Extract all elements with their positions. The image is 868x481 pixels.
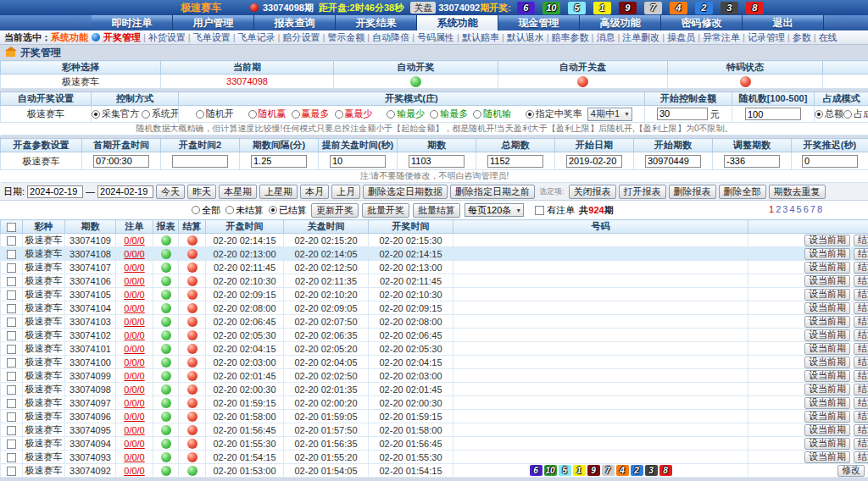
- auto-gate-status-dot[interactable]: [577, 76, 588, 87]
- radio-dot[interactable]: [387, 110, 395, 119]
- settle-button[interactable]: 结算: [854, 289, 868, 301]
- settle-button[interactable]: 结算: [854, 438, 868, 450]
- tema-status-dot[interactable]: [740, 76, 751, 87]
- submenu-link[interactable]: 记录管理: [748, 32, 785, 42]
- report-button[interactable]: 关闭报表: [569, 185, 616, 199]
- row-checkbox[interactable]: [7, 467, 16, 476]
- report-button[interactable]: 删除全部: [719, 185, 766, 199]
- param-input-8[interactable]: [645, 155, 701, 168]
- bets-link[interactable]: 0/0/0: [124, 317, 144, 327]
- mode-radio[interactable]: 输最多: [430, 108, 468, 120]
- date-quick-button[interactable]: 上星期: [259, 185, 298, 199]
- set-current-button[interactable]: 设当前期: [804, 275, 850, 287]
- random-num-input[interactable]: [745, 108, 801, 120]
- tab-9[interactable]: 退出: [743, 15, 824, 30]
- radio-dot[interactable]: [142, 110, 150, 119]
- set-current-button[interactable]: 设当前期: [804, 235, 850, 246]
- param-input-1[interactable]: [93, 155, 149, 168]
- status-radio[interactable]: 未结算: [225, 204, 264, 217]
- start-amount-input[interactable]: [657, 108, 708, 120]
- radio-dot[interactable]: [248, 110, 257, 119]
- submenu-link[interactable]: 警示金额: [327, 32, 364, 42]
- radio-dot[interactable]: [815, 110, 823, 119]
- settle-status-dot[interactable]: [187, 466, 198, 476]
- control-radio[interactable]: 系统开奖: [142, 108, 178, 120]
- date-quick-button[interactable]: 本月: [300, 185, 329, 199]
- tab-2[interactable]: 用户管理: [173, 15, 254, 30]
- bets-link[interactable]: 0/0/0: [124, 371, 144, 381]
- page-size-select[interactable]: 每页120条 ▼: [465, 203, 524, 217]
- report-status-dot[interactable]: [161, 384, 171, 395]
- has-bets-option[interactable]: 有注单: [535, 204, 575, 217]
- settle-button[interactable]: 结算: [854, 235, 868, 246]
- date-quick-button[interactable]: 今天: [156, 185, 185, 199]
- has-bets-checkbox[interactable]: [535, 206, 544, 215]
- settle-button[interactable]: 结算: [854, 424, 868, 436]
- row-checkbox[interactable]: [7, 372, 16, 381]
- report-status-dot[interactable]: [161, 452, 171, 462]
- date-from-input[interactable]: [27, 185, 83, 198]
- date-to-input[interactable]: [97, 185, 153, 198]
- submenu-link[interactable]: 飞单设置: [193, 32, 231, 42]
- date-quick-button[interactable]: 上月: [331, 185, 360, 199]
- bets-link[interactable]: 0/0/0: [124, 276, 144, 286]
- mode-radio[interactable]: 指定中奖率: [526, 108, 582, 120]
- settle-status-dot[interactable]: [187, 425, 198, 435]
- mode-radio[interactable]: 随机输: [473, 108, 511, 120]
- win-rate-select[interactable]: 4期中1▼: [587, 108, 632, 121]
- submenu-link[interactable]: 默认退水: [507, 32, 544, 42]
- report-status-dot[interactable]: [161, 303, 171, 313]
- report-status-dot[interactable]: [161, 276, 171, 286]
- report-status-dot[interactable]: [161, 439, 171, 449]
- radio-dot[interactable]: [269, 206, 277, 214]
- param-input-9[interactable]: [724, 155, 780, 168]
- param-input-2[interactable]: [172, 155, 228, 168]
- submenu-link[interactable]: 飞单记录: [238, 32, 275, 42]
- bets-link[interactable]: 0/0/0: [124, 290, 144, 300]
- settle-button[interactable]: 结算: [854, 343, 868, 355]
- set-current-button[interactable]: 设当前期: [804, 329, 850, 341]
- param-input-10[interactable]: [802, 155, 858, 168]
- date-quick-button[interactable]: 本星期: [219, 185, 257, 199]
- submenu-link[interactable]: 赔率参数: [552, 32, 589, 42]
- report-status-dot[interactable]: [161, 425, 171, 435]
- bets-link[interactable]: 0/0/0: [124, 303, 144, 313]
- share-radio[interactable]: 占成: [843, 108, 868, 120]
- report-status-dot[interactable]: [161, 466, 171, 476]
- settle-status-dot[interactable]: [187, 263, 198, 273]
- radio-dot[interactable]: [473, 110, 481, 119]
- set-current-button[interactable]: 设当前期: [804, 438, 850, 450]
- set-current-button[interactable]: 设当前期: [804, 370, 850, 382]
- report-status-dot[interactable]: [161, 263, 171, 273]
- report-status-dot[interactable]: [161, 412, 171, 422]
- current-page-link[interactable]: 开奖管理: [103, 31, 141, 44]
- param-input-5[interactable]: [409, 155, 465, 168]
- bets-link[interactable]: 0/0/0: [124, 452, 144, 462]
- bets-link[interactable]: 0/0/0: [124, 357, 144, 368]
- radio-dot[interactable]: [292, 110, 300, 119]
- radio-dot[interactable]: [192, 206, 200, 214]
- submenu-link[interactable]: 在线: [819, 32, 837, 42]
- settle-status-dot[interactable]: [187, 384, 198, 395]
- row-checkbox[interactable]: [7, 236, 16, 246]
- mode-radio[interactable]: 赢最少: [335, 108, 373, 120]
- settle-button[interactable]: 结算: [854, 451, 868, 463]
- row-checkbox[interactable]: [7, 440, 16, 449]
- bets-link[interactable]: 0/0/0: [124, 425, 144, 435]
- set-current-button[interactable]: 设当前期: [804, 451, 850, 463]
- mode-radio[interactable]: 赢最多: [292, 108, 330, 120]
- settle-status-dot[interactable]: [187, 249, 198, 259]
- report-button[interactable]: 删除报表: [669, 185, 716, 199]
- submenu-link[interactable]: 操盘员: [667, 32, 695, 42]
- settle-button[interactable]: 结算: [854, 302, 868, 314]
- submenu-link[interactable]: 补货设置: [148, 32, 186, 42]
- row-checkbox[interactable]: [7, 263, 16, 273]
- settle-button[interactable]: 结算: [854, 357, 868, 368]
- settle-status-dot[interactable]: [187, 412, 198, 422]
- report-status-dot[interactable]: [161, 249, 171, 259]
- radio-dot[interactable]: [430, 110, 438, 119]
- batch-button[interactable]: 批量开奖: [362, 203, 409, 218]
- row-checkbox[interactable]: [7, 399, 16, 408]
- report-button[interactable]: 期数去重复: [769, 185, 826, 199]
- mode-radio[interactable]: 随机赢: [248, 108, 287, 120]
